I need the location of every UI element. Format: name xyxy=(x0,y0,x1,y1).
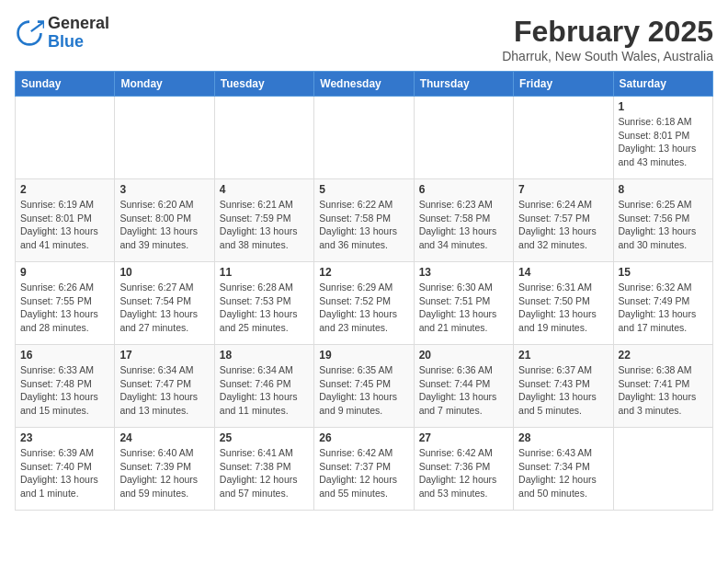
calendar-cell: 4Sunrise: 6:21 AM Sunset: 7:59 PM Daylig… xyxy=(214,179,313,262)
calendar-table: SundayMondayTuesdayWednesdayThursdayFrid… xyxy=(15,71,713,511)
title-block: February 2025 Dharruk, New South Wales, … xyxy=(502,15,713,63)
day-number: 15 xyxy=(619,266,708,279)
day-number: 6 xyxy=(419,183,508,196)
calendar-cell xyxy=(414,97,513,179)
day-number: 9 xyxy=(20,266,109,279)
calendar-cell xyxy=(613,428,712,511)
day-number: 5 xyxy=(319,183,408,196)
day-number: 25 xyxy=(220,431,309,444)
day-info: Sunrise: 6:19 AM Sunset: 8:01 PM Dayligh… xyxy=(20,198,109,252)
day-info: Sunrise: 6:30 AM Sunset: 7:51 PM Dayligh… xyxy=(419,281,508,335)
calendar-header-row: SundayMondayTuesdayWednesdayThursdayFrid… xyxy=(16,72,713,97)
calendar-week-row: 23Sunrise: 6:39 AM Sunset: 7:40 PM Dayli… xyxy=(16,428,713,511)
calendar-cell: 5Sunrise: 6:22 AM Sunset: 7:58 PM Daylig… xyxy=(314,179,414,262)
day-number: 20 xyxy=(419,349,508,362)
day-info: Sunrise: 6:31 AM Sunset: 7:50 PM Dayligh… xyxy=(518,281,608,335)
day-number: 26 xyxy=(319,431,408,444)
logo-general-text: General xyxy=(48,14,109,32)
month-year: February 2025 xyxy=(502,15,713,49)
day-info: Sunrise: 6:43 AM Sunset: 7:34 PM Dayligh… xyxy=(518,446,608,500)
day-number: 24 xyxy=(119,431,209,444)
calendar-cell: 22Sunrise: 6:38 AM Sunset: 7:41 PM Dayli… xyxy=(613,345,712,428)
day-number: 19 xyxy=(319,349,408,362)
calendar-cell xyxy=(214,97,313,179)
day-number: 12 xyxy=(319,266,408,279)
calendar-week-row: 16Sunrise: 6:33 AM Sunset: 7:48 PM Dayli… xyxy=(16,345,713,428)
day-number: 10 xyxy=(119,266,209,279)
day-number: 7 xyxy=(518,183,608,196)
day-info: Sunrise: 6:23 AM Sunset: 7:58 PM Dayligh… xyxy=(419,198,508,252)
page-header: General Blue February 2025 Dharruk, New … xyxy=(15,15,713,63)
calendar-cell: 2Sunrise: 6:19 AM Sunset: 8:01 PM Daylig… xyxy=(16,179,115,262)
day-info: Sunrise: 6:35 AM Sunset: 7:45 PM Dayligh… xyxy=(319,363,408,418)
calendar-cell: 27Sunrise: 6:42 AM Sunset: 7:36 PM Dayli… xyxy=(414,428,513,511)
calendar-week-row: 9Sunrise: 6:26 AM Sunset: 7:55 PM Daylig… xyxy=(16,262,713,345)
col-header-monday: Monday xyxy=(115,72,214,97)
day-number: 4 xyxy=(220,183,309,196)
calendar-cell: 16Sunrise: 6:33 AM Sunset: 7:48 PM Dayli… xyxy=(16,345,115,428)
col-header-saturday: Saturday xyxy=(613,72,712,97)
day-number: 16 xyxy=(20,349,109,362)
day-number: 14 xyxy=(518,266,608,279)
day-number: 3 xyxy=(119,183,209,196)
day-number: 17 xyxy=(119,349,209,362)
day-number: 27 xyxy=(419,431,508,444)
calendar-cell: 20Sunrise: 6:36 AM Sunset: 7:44 PM Dayli… xyxy=(414,345,513,428)
day-info: Sunrise: 6:27 AM Sunset: 7:54 PM Dayligh… xyxy=(119,281,209,335)
calendar-cell: 18Sunrise: 6:34 AM Sunset: 7:46 PM Dayli… xyxy=(214,345,313,428)
calendar-cell: 19Sunrise: 6:35 AM Sunset: 7:45 PM Dayli… xyxy=(314,345,414,428)
calendar-cell: 7Sunrise: 6:24 AM Sunset: 7:57 PM Daylig… xyxy=(514,179,613,262)
day-info: Sunrise: 6:42 AM Sunset: 7:37 PM Dayligh… xyxy=(319,446,408,500)
calendar-cell: 9Sunrise: 6:26 AM Sunset: 7:55 PM Daylig… xyxy=(16,262,115,345)
day-info: Sunrise: 6:42 AM Sunset: 7:36 PM Dayligh… xyxy=(419,446,508,500)
calendar-cell xyxy=(16,97,115,179)
calendar-cell: 23Sunrise: 6:39 AM Sunset: 7:40 PM Dayli… xyxy=(16,428,115,511)
col-header-sunday: Sunday xyxy=(16,72,115,97)
day-info: Sunrise: 6:18 AM Sunset: 8:01 PM Dayligh… xyxy=(619,115,708,169)
day-info: Sunrise: 6:20 AM Sunset: 8:00 PM Dayligh… xyxy=(119,198,209,252)
day-info: Sunrise: 6:26 AM Sunset: 7:55 PM Dayligh… xyxy=(20,281,109,335)
col-header-thursday: Thursday xyxy=(414,72,513,97)
calendar-week-row: 1Sunrise: 6:18 AM Sunset: 8:01 PM Daylig… xyxy=(16,97,713,179)
calendar-cell: 13Sunrise: 6:30 AM Sunset: 7:51 PM Dayli… xyxy=(414,262,513,345)
day-number: 13 xyxy=(419,266,508,279)
calendar-cell: 8Sunrise: 6:25 AM Sunset: 7:56 PM Daylig… xyxy=(613,179,712,262)
day-number: 23 xyxy=(20,431,109,444)
day-info: Sunrise: 6:40 AM Sunset: 7:39 PM Dayligh… xyxy=(119,446,209,500)
calendar-cell: 26Sunrise: 6:42 AM Sunset: 7:37 PM Dayli… xyxy=(314,428,414,511)
calendar-cell xyxy=(514,97,613,179)
day-info: Sunrise: 6:24 AM Sunset: 7:57 PM Dayligh… xyxy=(518,198,608,252)
calendar-cell: 24Sunrise: 6:40 AM Sunset: 7:39 PM Dayli… xyxy=(115,428,214,511)
calendar-cell: 11Sunrise: 6:28 AM Sunset: 7:53 PM Dayli… xyxy=(214,262,313,345)
logo-blue-text: Blue xyxy=(48,32,84,51)
day-number: 11 xyxy=(220,266,309,279)
calendar-cell: 25Sunrise: 6:41 AM Sunset: 7:38 PM Dayli… xyxy=(214,428,313,511)
day-info: Sunrise: 6:34 AM Sunset: 7:47 PM Dayligh… xyxy=(119,363,209,418)
logo: General Blue xyxy=(15,15,109,52)
day-info: Sunrise: 6:21 AM Sunset: 7:59 PM Dayligh… xyxy=(220,198,309,252)
day-number: 21 xyxy=(518,349,608,362)
calendar-week-row: 2Sunrise: 6:19 AM Sunset: 8:01 PM Daylig… xyxy=(16,179,713,262)
day-number: 8 xyxy=(619,183,708,196)
logo-icon xyxy=(15,18,44,48)
col-header-tuesday: Tuesday xyxy=(214,72,313,97)
calendar-cell: 14Sunrise: 6:31 AM Sunset: 7:50 PM Dayli… xyxy=(514,262,613,345)
day-info: Sunrise: 6:32 AM Sunset: 7:49 PM Dayligh… xyxy=(619,281,708,335)
day-info: Sunrise: 6:41 AM Sunset: 7:38 PM Dayligh… xyxy=(220,446,309,500)
calendar-cell xyxy=(314,97,414,179)
day-number: 18 xyxy=(220,349,309,362)
calendar-cell: 15Sunrise: 6:32 AM Sunset: 7:49 PM Dayli… xyxy=(613,262,712,345)
day-number: 28 xyxy=(518,431,608,444)
calendar-cell: 21Sunrise: 6:37 AM Sunset: 7:43 PM Dayli… xyxy=(514,345,613,428)
day-info: Sunrise: 6:29 AM Sunset: 7:52 PM Dayligh… xyxy=(319,281,408,335)
day-info: Sunrise: 6:34 AM Sunset: 7:46 PM Dayligh… xyxy=(220,363,309,418)
calendar-cell xyxy=(115,97,214,179)
day-info: Sunrise: 6:22 AM Sunset: 7:58 PM Dayligh… xyxy=(319,198,408,252)
day-info: Sunrise: 6:36 AM Sunset: 7:44 PM Dayligh… xyxy=(419,363,508,418)
day-info: Sunrise: 6:37 AM Sunset: 7:43 PM Dayligh… xyxy=(518,363,608,418)
day-info: Sunrise: 6:25 AM Sunset: 7:56 PM Dayligh… xyxy=(619,198,708,252)
calendar-cell: 1Sunrise: 6:18 AM Sunset: 8:01 PM Daylig… xyxy=(613,97,712,179)
calendar-cell: 12Sunrise: 6:29 AM Sunset: 7:52 PM Dayli… xyxy=(314,262,414,345)
col-header-wednesday: Wednesday xyxy=(314,72,414,97)
day-info: Sunrise: 6:28 AM Sunset: 7:53 PM Dayligh… xyxy=(220,281,309,335)
